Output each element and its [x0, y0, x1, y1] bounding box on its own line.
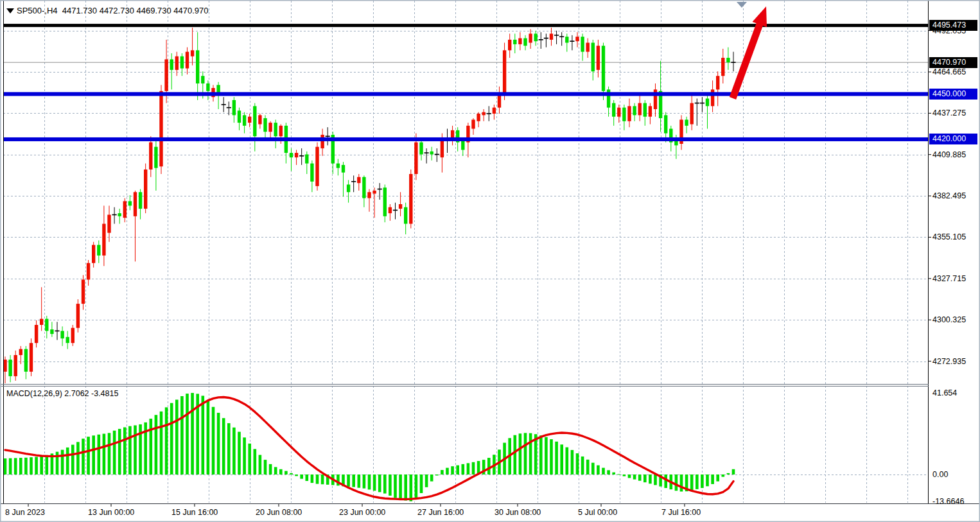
- price-badge: 4420.000: [929, 134, 977, 144]
- candle-doji-dash: [731, 62, 735, 63]
- candle-body: [196, 50, 199, 83]
- macd-histogram-bar: [628, 474, 631, 478]
- candle-body: [383, 187, 387, 216]
- macd-histogram-bar: [420, 474, 423, 493]
- scroll-position-marker-icon[interactable]: [737, 2, 747, 8]
- macd-histogram-bar: [222, 418, 225, 474]
- symbol-dropdown-icon: [6, 8, 14, 13]
- candle-doji-dash: [539, 39, 543, 40]
- candle-body: [477, 114, 480, 121]
- macd-histogram-bar: [716, 474, 719, 482]
- trend-arrow-shaft[interactable]: [733, 22, 760, 98]
- macd-histogram-bar: [269, 464, 272, 474]
- macd-histogram-bar: [581, 457, 584, 474]
- price-badge: 4495.473: [929, 20, 977, 31]
- macd-histogram-bar: [175, 399, 179, 474]
- macd-histogram-bar: [180, 396, 184, 474]
- candle-body: [643, 103, 647, 117]
- macd-histogram-bar: [576, 453, 579, 474]
- macd-histogram-bar: [14, 458, 17, 474]
- candle-body: [399, 204, 402, 209]
- level-line[interactable]: [3, 24, 928, 27]
- candle-body: [342, 165, 345, 173]
- candle-doji-dash: [544, 38, 548, 39]
- macd-histogram-bar: [690, 474, 694, 491]
- macd-histogram-bar: [638, 474, 642, 481]
- candle-body: [389, 207, 392, 213]
- macd-histogram-bar: [607, 470, 610, 474]
- candle-body: [602, 46, 605, 91]
- candle-body: [518, 39, 521, 44]
- candle-body: [186, 52, 189, 69]
- candle-body: [279, 126, 283, 136]
- candle-body: [513, 40, 516, 44]
- price-axis[interactable]: 4492.0554464.6654437.2754409.8854382.495…: [928, 0, 980, 503]
- macd-histogram-bar: [358, 474, 361, 488]
- candle-body: [71, 328, 74, 344]
- macd-histogram-bar: [46, 455, 49, 474]
- macd-histogram-bar: [545, 437, 548, 474]
- price-tick-label: 4300.325: [932, 315, 966, 324]
- macd-histogram-bar: [560, 444, 563, 474]
- candle-body: [40, 319, 43, 325]
- chart-canvas[interactable]: [0, 0, 980, 522]
- macd-axis-label: 41.654: [932, 388, 957, 397]
- candle-body: [201, 76, 204, 83]
- macd-histogram-bar: [118, 429, 121, 474]
- macd-histogram-bar: [290, 473, 293, 474]
- level-line[interactable]: [3, 92, 928, 96]
- macd-histogram-bar: [664, 474, 667, 488]
- macd-histogram-bar: [82, 439, 85, 474]
- candle-doji-dash: [326, 135, 330, 137]
- candle-body: [534, 33, 538, 41]
- macd-histogram-bar: [591, 463, 595, 474]
- macd-histogram-bar: [316, 474, 319, 484]
- candle-body: [586, 43, 590, 52]
- candle-body: [649, 106, 652, 116]
- macd-histogram-bar: [524, 433, 527, 474]
- candle-body: [550, 33, 553, 39]
- macd-histogram-bar: [435, 474, 439, 476]
- macd-histogram-bar: [618, 474, 621, 474]
- candle-doji-dash: [227, 107, 231, 109]
- time-label: 13 Jun 00:00: [88, 508, 134, 517]
- candle-body: [248, 117, 251, 123]
- candle-body: [597, 46, 600, 70]
- macd-histogram-bar: [248, 444, 251, 474]
- candle-doji-dash: [112, 214, 117, 216]
- mt4-chart-window: SP500-,H4 4471.730 4472.730 4469.730 447…: [0, 0, 980, 522]
- candle-doji-dash: [695, 103, 699, 104]
- macd-histogram-bar: [415, 474, 418, 498]
- time-label: 23 Jun 00:00: [339, 508, 385, 517]
- macd-histogram-bar: [128, 426, 132, 474]
- candle-body: [498, 94, 501, 107]
- macd-histogram-bar: [696, 474, 699, 489]
- candle-body: [159, 91, 162, 167]
- macd-histogram-bar: [602, 468, 605, 474]
- macd-histogram-bar: [87, 437, 90, 474]
- macd-histogram-bar: [264, 460, 267, 474]
- candle-body: [523, 39, 527, 46]
- macd-histogram-bar: [155, 415, 158, 474]
- level-line[interactable]: [3, 137, 928, 141]
- macd-histogram-bar: [378, 474, 381, 492]
- macd-histogram-bar: [727, 473, 730, 474]
- macd-histogram-bar: [586, 460, 590, 474]
- candle-doji-dash: [424, 152, 429, 153]
- macd-histogram-bar: [311, 474, 314, 483]
- macd-histogram-bar: [706, 474, 709, 486]
- macd-histogram-bar: [612, 473, 615, 474]
- time-axis[interactable]: 8 Jun 202313 Jun 00:0015 Jun 16:0020 Jun…: [0, 504, 980, 522]
- macd-histogram-bar: [487, 458, 491, 474]
- candle-body: [706, 99, 709, 107]
- macd-histogram-bar: [347, 474, 350, 487]
- macd-histogram-bar: [274, 467, 277, 474]
- candle-body: [362, 177, 365, 198]
- macd-histogram-bar: [711, 474, 714, 484]
- candle-body: [357, 177, 360, 183]
- candle-body: [118, 213, 121, 216]
- candle-body: [508, 40, 511, 50]
- candle-body: [503, 50, 506, 94]
- macd-histogram-bar: [363, 474, 366, 489]
- macd-histogram-bar: [451, 466, 454, 474]
